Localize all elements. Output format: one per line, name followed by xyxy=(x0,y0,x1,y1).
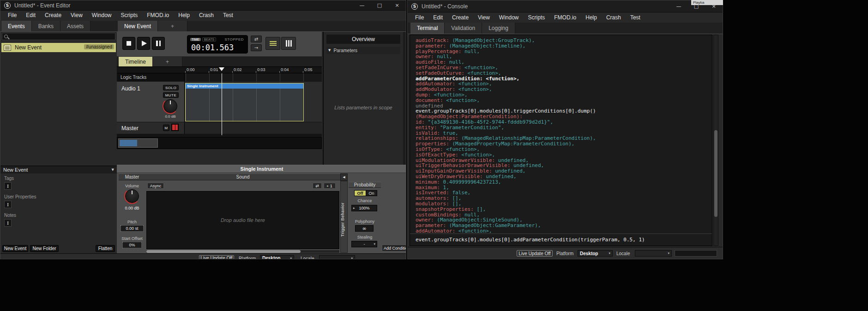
menu-item-create[interactable]: Create xyxy=(40,12,66,18)
stealing-dropdown[interactable]: - ▾ xyxy=(351,241,377,247)
platform-dropdown[interactable]: Desktop ▾ xyxy=(578,250,613,257)
flatten-button[interactable]: Flatten xyxy=(96,245,115,252)
pitch-value-box[interactable]: 0.00 st xyxy=(121,225,144,232)
new-event-button[interactable]: New Event xyxy=(2,245,28,252)
tab-validation[interactable]: Validation xyxy=(445,23,482,34)
loop-playback-button[interactable]: ⇄ xyxy=(251,36,262,42)
close-button[interactable]: × xyxy=(388,0,406,10)
tab-assets[interactable]: Assets xyxy=(60,21,90,31)
pause-button[interactable] xyxy=(152,37,165,50)
tab-timeline[interactable]: Timeline xyxy=(119,57,153,66)
tab-new-event[interactable]: New Event xyxy=(118,21,158,31)
tab-events[interactable]: Events xyxy=(1,21,32,31)
beats-mode-toggle[interactable]: BEATS xyxy=(202,37,216,42)
platform-dropdown[interactable]: Desktop ▾ xyxy=(260,255,294,259)
panel-scrollbar[interactable] xyxy=(403,32,406,165)
mute-button[interactable]: MUTE xyxy=(163,92,179,98)
menu-item-scripts[interactable]: Scripts xyxy=(116,12,143,18)
menu-item-edit[interactable]: Edit xyxy=(428,14,447,21)
minimize-button[interactable]: — xyxy=(670,0,687,12)
drawer-collapse-button[interactable]: ◀ xyxy=(340,173,348,181)
new-folder-button[interactable]: New Folder xyxy=(30,245,59,252)
menu-item-file[interactable]: File xyxy=(410,14,428,21)
menu-item-crash[interactable]: Crash xyxy=(194,12,218,18)
menu-item-help[interactable]: Help xyxy=(174,12,194,18)
logic-tracks-lane[interactable] xyxy=(184,73,322,82)
waveform-scrollbar[interactable] xyxy=(146,250,339,253)
properties-header[interactable]: New Event ▼ xyxy=(0,166,117,173)
locale-dropdown[interactable]: ▾ xyxy=(319,255,355,259)
menu-item-fmod-io[interactable]: FMOD.io xyxy=(142,12,174,18)
collapse-icon[interactable]: ▼ xyxy=(112,168,114,172)
titlebar[interactable]: S Untitled* - Console — □ × xyxy=(408,0,723,12)
master-track-lane[interactable] xyxy=(184,122,322,134)
maximize-button[interactable]: □ xyxy=(371,0,388,10)
instrument-clip[interactable]: Single Instrument xyxy=(185,83,304,121)
lanes-view-icon xyxy=(286,40,292,47)
chance-value-box[interactable]: ▸ 100% xyxy=(351,205,377,211)
menu-item-view[interactable]: View xyxy=(66,12,87,18)
titlebar[interactable]: S Untitled* - Event Editor — □ × xyxy=(0,0,406,11)
follow-playhead-button[interactable]: → xyxy=(251,44,262,51)
play-button[interactable] xyxy=(137,37,150,50)
text-field-icon[interactable]: I xyxy=(4,219,12,227)
time-mode-toggle[interactable]: TIME xyxy=(190,38,201,41)
status-text-field[interactable] xyxy=(675,250,717,257)
async-button[interactable]: Async xyxy=(147,183,164,189)
console-text-segment: <function>, xyxy=(446,97,480,103)
probability-on-button[interactable]: On xyxy=(366,190,377,196)
minimize-button[interactable]: — xyxy=(353,0,371,10)
menu-item-window[interactable]: Window xyxy=(494,14,524,21)
parameters-section-header[interactable]: ▼ Parameters xyxy=(326,47,400,54)
instrument-deck: Single Instrument Master Volume 0.00 dB … xyxy=(117,165,406,253)
playhead-marker[interactable] xyxy=(219,67,224,71)
tab-logging[interactable]: Logging xyxy=(482,23,515,34)
new-tab-button[interactable]: + xyxy=(153,57,182,66)
menu-item-test[interactable]: Test xyxy=(218,12,238,18)
menu-item-help[interactable]: Help xyxy=(581,14,602,21)
tracks-view-button[interactable] xyxy=(265,37,280,50)
menu-item-file[interactable]: File xyxy=(3,12,21,18)
swap-icon-button[interactable]: ⇄ xyxy=(313,183,322,189)
playlist-count-box[interactable]: ▸ 1 xyxy=(324,183,336,189)
console-scrollbar[interactable] xyxy=(713,35,718,246)
menu-item-edit[interactable]: Edit xyxy=(21,12,40,18)
console-input-line[interactable]: event.groupTracks[0].modules[0].addParam… xyxy=(410,233,712,245)
timeline-scroll-thumb[interactable] xyxy=(118,138,158,148)
menu-item-scripts[interactable]: Scripts xyxy=(524,14,550,21)
track-volume-knob[interactable] xyxy=(163,99,177,113)
locale-dropdown[interactable]: ▾ xyxy=(635,250,672,257)
new-tab-button[interactable]: + xyxy=(158,21,187,31)
solo-button[interactable]: SOLO xyxy=(163,85,179,90)
menu-item-view[interactable]: View xyxy=(473,14,494,21)
probability-off-button[interactable]: Off xyxy=(354,190,366,196)
menu-item-fmod-io[interactable]: FMOD.io xyxy=(549,14,581,21)
audio-track-header[interactable]: Audio 1 SOLO MUTE 0.0 dB xyxy=(117,82,184,122)
menu-item-crash[interactable]: Crash xyxy=(602,14,626,21)
master-track-name: Master xyxy=(121,125,139,132)
text-field-icon[interactable]: I xyxy=(4,201,12,208)
master-mute-button[interactable]: M xyxy=(163,125,169,131)
tab-terminal[interactable]: Terminal xyxy=(410,23,445,34)
add-condition-button[interactable]: Add Condition xyxy=(382,245,406,251)
waveform-scroll-thumb[interactable] xyxy=(146,250,301,253)
menu-item-create[interactable]: Create xyxy=(447,14,473,21)
tab-banks[interactable]: Banks xyxy=(32,21,60,31)
search-input[interactable] xyxy=(2,33,115,40)
text-field-icon[interactable]: I xyxy=(4,182,12,190)
polyphony-value-box[interactable]: ∞ xyxy=(355,225,374,232)
menu-item-test[interactable]: Test xyxy=(626,14,645,21)
track-volume-readout: 0.0 dB xyxy=(162,114,179,119)
deck-volume-knob[interactable] xyxy=(125,189,139,203)
event-list-item[interactable]: New Event #unassigned xyxy=(1,43,116,52)
menu-item-window[interactable]: Window xyxy=(87,12,116,18)
lanes-view-button[interactable] xyxy=(281,37,296,50)
stop-button[interactable] xyxy=(122,37,135,50)
timeline-overview-strip[interactable] xyxy=(117,137,322,149)
live-update-button[interactable]: Live Update Off xyxy=(517,250,553,257)
ruler-tick-label: 0:04 xyxy=(281,67,289,72)
start-offset-value-box[interactable]: 0% xyxy=(122,242,142,248)
console-scroll-thumb[interactable] xyxy=(714,130,717,217)
waveform-dropzone[interactable]: Drop audio file here xyxy=(146,191,339,249)
live-update-button[interactable]: Live Update Off xyxy=(199,255,234,259)
